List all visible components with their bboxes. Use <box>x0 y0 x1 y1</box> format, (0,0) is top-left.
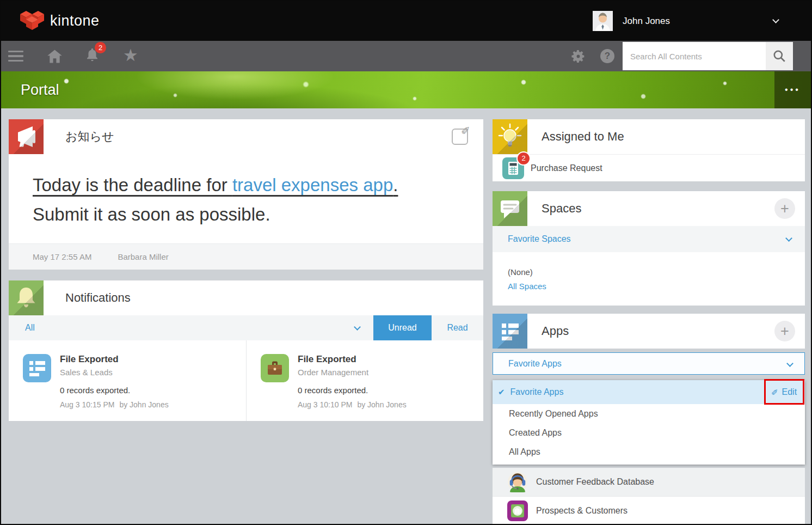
app-name: Customer Feedback Database <box>536 477 654 487</box>
dropdown-item-label: Favorite Apps <box>510 387 564 397</box>
bell-panel-icon <box>9 280 44 315</box>
toolbar: 2 ★ ? <box>1 41 811 71</box>
favorites-star-icon[interactable]: ★ <box>123 47 138 64</box>
apps-list-icon <box>493 314 527 349</box>
help-icon[interactable]: ? <box>600 49 614 63</box>
dropdown-item-favorite-apps[interactable]: ✔ Favorite Apps ✎ Edit <box>493 380 805 404</box>
notifications-filter-bar: All Unread Read <box>9 315 483 340</box>
spaces-filter-chevron-icon[interactable] <box>785 235 792 242</box>
notification-time: Aug 3 10:10 PM <box>298 400 352 409</box>
edit-highlight-annotation: ✎ Edit <box>764 379 804 405</box>
top-bar: kintone John Jones <box>1 1 811 41</box>
brand-name: kintone <box>50 13 100 29</box>
home-icon[interactable] <box>47 49 63 64</box>
spaces-filter-label[interactable]: Favorite Spaces <box>508 234 571 244</box>
unread-tab-button[interactable]: Unread <box>373 315 432 340</box>
search-bar <box>623 42 793 70</box>
notifications-bell-icon[interactable]: 2 <box>85 47 100 65</box>
portal-options-button[interactable]: ••• <box>774 71 811 108</box>
app-name: Prospects & Customers <box>536 506 628 516</box>
edit-announcement-icon[interactable]: ✎ <box>452 129 468 145</box>
spaces-empty-label: (None) <box>508 267 805 277</box>
check-icon: ✔ <box>498 387 505 397</box>
add-app-button[interactable]: + <box>774 321 795 341</box>
edit-favorite-apps-button[interactable]: ✎ Edit <box>772 387 797 397</box>
notification-title: File Exported <box>60 354 169 365</box>
all-spaces-link[interactable]: All Spaces <box>508 282 805 291</box>
dropdown-item-all-apps[interactable]: All Apps <box>493 442 805 461</box>
notification-title: File Exported <box>298 354 407 365</box>
apps-filter-dropdown: ✔ Favorite Apps ✎ Edit Recently Opened A… <box>493 380 805 465</box>
notification-count-badge: 2 <box>95 42 106 53</box>
dropdown-item-recently-opened-apps[interactable]: Recently Opened Apps <box>493 404 805 423</box>
announcement-panel: お知らせ ✎ Today is the deadline for travel … <box>9 119 483 270</box>
edit-label: Edit <box>782 387 797 397</box>
notification-author: by John Jones <box>357 400 406 409</box>
notifications-title: Notifications <box>65 291 131 305</box>
assigned-item-purchase-request[interactable]: 2 Purchase Request <box>493 154 805 181</box>
apps-filter-chevron-icon <box>786 360 793 367</box>
notification-item[interactable]: File Exported Order Management 0 records… <box>246 340 483 421</box>
spaces-title: Spaces <box>542 202 581 216</box>
read-tab-button[interactable]: Read <box>432 315 483 340</box>
dropdown-item-created-apps[interactable]: Created Apps <box>493 423 805 442</box>
assigned-title: Assigned to Me <box>542 130 624 144</box>
announcement-text: Today is the deadline for <box>33 175 232 195</box>
menu-hamburger-icon[interactable] <box>8 51 23 62</box>
announcement-line1: Today is the deadline for travel expense… <box>33 175 459 196</box>
announcement-title: お知らせ <box>65 129 114 145</box>
speech-bubble-icon <box>493 191 527 226</box>
apps-filter-value: Favorite Apps <box>508 359 562 369</box>
user-avatar[interactable] <box>593 11 613 31</box>
spaces-panel: Spaces + Favorite Spaces (None) All Spac… <box>493 191 805 306</box>
search-input[interactable] <box>623 42 766 70</box>
notification-message: 0 records exported. <box>60 386 169 395</box>
apps-panel: Apps + Favorite Apps ✔ Favorite Apps ✎ E… <box>493 314 805 524</box>
kintone-logo-icon <box>20 10 45 32</box>
megaphone-icon <box>9 119 44 154</box>
search-icon <box>772 49 786 63</box>
user-name[interactable]: John Jones <box>623 16 670 27</box>
announcement-period: . <box>393 175 398 195</box>
notification-app-name: Order Management <box>298 368 407 377</box>
notifications-filter-chevron-icon[interactable] <box>354 323 361 331</box>
table-app-icon <box>23 354 51 382</box>
notification-author: by John Jones <box>119 400 168 409</box>
hand-app-icon <box>507 500 528 521</box>
support-agent-avatar-icon <box>507 472 528 492</box>
apps-filter-select[interactable]: Favorite Apps <box>493 352 805 375</box>
spaces-filter-bar: Favorite Spaces <box>493 226 805 252</box>
travel-expenses-link[interactable]: travel expenses app <box>232 175 393 195</box>
assigned-count-badge: 2 <box>518 152 530 164</box>
announcement-line2: Submit it as soon as possible. <box>33 204 459 225</box>
announcement-date: May 17 2:55 AM <box>33 252 91 261</box>
settings-gear-icon[interactable] <box>570 48 586 64</box>
announcement-author: Barbara Miller <box>118 252 168 261</box>
pencil-icon: ✎ <box>770 388 780 395</box>
assigned-item-label: Purchase Request <box>531 163 602 173</box>
notification-item[interactable]: File Exported Sales & Leads 0 records ex… <box>9 340 246 421</box>
assigned-panel: Assigned to Me <box>493 119 805 181</box>
notifications-panel: Notifications All Unread Read <box>9 280 483 421</box>
page-title: Portal <box>21 82 59 99</box>
notification-app-name: Sales & Leads <box>60 368 169 377</box>
add-space-button[interactable]: + <box>774 198 795 219</box>
apps-title: Apps <box>542 324 569 338</box>
search-button[interactable] <box>766 42 793 70</box>
user-menu-chevron-icon[interactable] <box>772 16 779 23</box>
portal-content: お知らせ ✎ Today is the deadline for travel … <box>1 108 811 524</box>
cover-header: Portal ••• <box>1 71 811 108</box>
app-row-customer-feedback-database[interactable]: Customer Feedback Database <box>493 468 805 496</box>
briefcase-app-icon <box>261 354 289 382</box>
notifications-filter-all[interactable]: All <box>25 323 35 333</box>
notification-message: 0 records exported. <box>298 386 407 395</box>
notification-time: Aug 3 10:15 PM <box>60 400 114 409</box>
lightbulb-icon <box>493 119 527 154</box>
app-row-prospects-customers[interactable]: Prospects & Customers <box>493 496 805 524</box>
